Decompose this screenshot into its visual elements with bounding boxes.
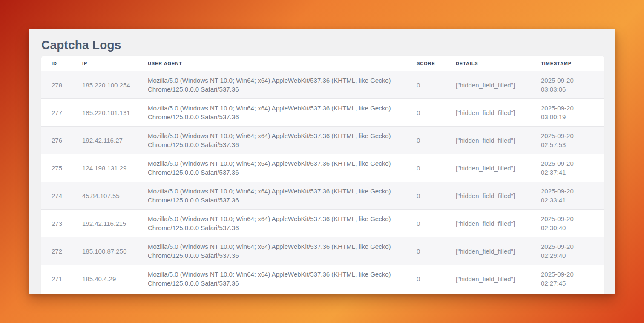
cell-ip: 185.40.4.29 (82, 265, 148, 293)
cell-score: 0 (417, 265, 456, 293)
captcha-logs-card: Captcha Logs ID IP USER AGENT SCORE DETA… (29, 29, 615, 294)
cell-score: 0 (417, 99, 456, 127)
cell-user-agent: Mozilla/5.0 (Windows NT 10.0; Win64; x64… (148, 210, 417, 237)
cell-details: ["hidden_field_filled"] (456, 99, 541, 127)
cell-user-agent: Mozilla/5.0 (Windows NT 10.0; Win64; x64… (148, 99, 417, 127)
cell-details: ["hidden_field_filled"] (456, 127, 541, 154)
cell-details: ["hidden_field_filled"] (456, 237, 541, 265)
column-header-user-agent: USER AGENT (148, 56, 417, 71)
cell-score: 0 (417, 71, 456, 99)
logs-table-container: ID IP USER AGENT SCORE DETAILS TIMESTAMP… (41, 56, 604, 294)
cell-timestamp: 2025-09-20 02:37:41 (541, 154, 604, 182)
cell-details: ["hidden_field_filled"] (456, 154, 541, 182)
cell-id: 273 (41, 210, 82, 237)
captcha-logs-table: ID IP USER AGENT SCORE DETAILS TIMESTAMP… (41, 56, 604, 292)
page-title: Captcha Logs (41, 38, 604, 52)
cell-details: ["hidden_field_filled"] (456, 210, 541, 237)
table-body: 278 185.220.100.254 Mozilla/5.0 (Windows… (41, 71, 604, 293)
column-header-id: ID (41, 56, 82, 71)
cell-ip: 192.42.116.27 (82, 127, 148, 154)
table-row: 272 185.100.87.250 Mozilla/5.0 (Windows … (41, 237, 604, 265)
table-row: 275 124.198.131.29 Mozilla/5.0 (Windows … (41, 154, 604, 182)
column-header-details: DETAILS (456, 56, 541, 71)
table-row: 274 45.84.107.55 Mozilla/5.0 (Windows NT… (41, 182, 604, 210)
table-header-row: ID IP USER AGENT SCORE DETAILS TIMESTAMP (41, 56, 604, 71)
page-background: { "page": { "title": "Captcha Logs" }, "… (0, 0, 644, 323)
table-header: ID IP USER AGENT SCORE DETAILS TIMESTAMP (41, 56, 604, 71)
cell-id: 275 (41, 154, 82, 182)
table-row: 278 185.220.100.254 Mozilla/5.0 (Windows… (41, 71, 604, 99)
cell-user-agent: Mozilla/5.0 (Windows NT 10.0; Win64; x64… (148, 127, 417, 154)
cell-timestamp: 2025-09-20 03:00:19 (541, 99, 604, 127)
column-header-score: SCORE (417, 56, 456, 71)
cell-user-agent: Mozilla/5.0 (Windows NT 10.0; Win64; x64… (148, 182, 417, 210)
cell-score: 0 (417, 182, 456, 210)
cell-user-agent: Mozilla/5.0 (Windows NT 10.0; Win64; x64… (148, 71, 417, 99)
cell-timestamp: 2025-09-20 02:29:40 (541, 237, 604, 265)
cell-timestamp: 2025-09-20 03:03:06 (541, 71, 604, 99)
cell-user-agent: Mozilla/5.0 (Windows NT 10.0; Win64; x64… (148, 154, 417, 182)
column-header-timestamp: TIMESTAMP (541, 56, 604, 71)
cell-ip: 124.198.131.29 (82, 154, 148, 182)
cell-details: ["hidden_field_filled"] (456, 71, 541, 99)
cell-ip: 185.220.100.254 (82, 71, 148, 99)
cell-id: 278 (41, 71, 82, 99)
table-row: 271 185.40.4.29 Mozilla/5.0 (Windows NT … (41, 265, 604, 293)
cell-timestamp: 2025-09-20 02:57:53 (541, 127, 604, 154)
cell-score: 0 (417, 210, 456, 237)
table-row: 276 192.42.116.27 Mozilla/5.0 (Windows N… (41, 127, 604, 154)
table-row: 273 192.42.116.215 Mozilla/5.0 (Windows … (41, 210, 604, 237)
cell-id: 272 (41, 237, 82, 265)
column-header-ip: IP (82, 56, 148, 71)
cell-timestamp: 2025-09-20 02:33:41 (541, 182, 604, 210)
cell-score: 0 (417, 127, 456, 154)
cell-ip: 185.220.101.131 (82, 99, 148, 127)
cell-score: 0 (417, 154, 456, 182)
cell-id: 271 (41, 265, 82, 293)
cell-details: ["hidden_field_filled"] (456, 265, 541, 293)
cell-id: 276 (41, 127, 82, 154)
cell-id: 274 (41, 182, 82, 210)
cell-ip: 192.42.116.215 (82, 210, 148, 237)
cell-details: ["hidden_field_filled"] (456, 182, 541, 210)
cell-user-agent: Mozilla/5.0 (Windows NT 10.0; Win64; x64… (148, 265, 417, 293)
cell-ip: 45.84.107.55 (82, 182, 148, 210)
table-row: 277 185.220.101.131 Mozilla/5.0 (Windows… (41, 99, 604, 127)
cell-ip: 185.100.87.250 (82, 237, 148, 265)
cell-score: 0 (417, 237, 456, 265)
cell-timestamp: 2025-09-20 02:27:45 (541, 265, 604, 293)
cell-user-agent: Mozilla/5.0 (Windows NT 10.0; Win64; x64… (148, 237, 417, 265)
cell-id: 277 (41, 99, 82, 127)
cell-timestamp: 2025-09-20 02:30:40 (541, 210, 604, 237)
